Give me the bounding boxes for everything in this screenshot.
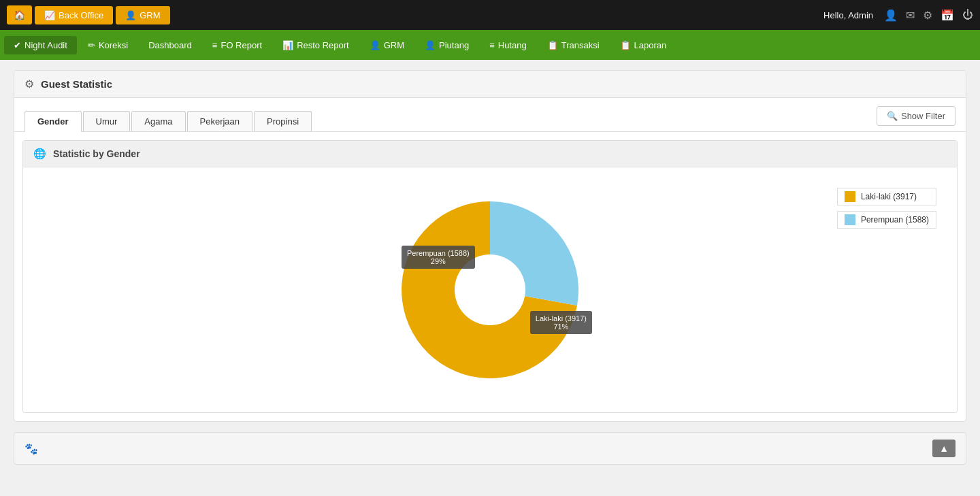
nav-item-transaksi[interactable]: 📋 Transaksi [538, 36, 609, 54]
bottom-bar: 🐾 ▲ [14, 432, 966, 465]
stat-inner-card: 🌐 Statistic by Gender [22, 140, 958, 413]
nav-item-fo-report[interactable]: ≡ FO Report [203, 36, 272, 54]
stat-section-title: Statistic by Gender [53, 148, 140, 159]
nav-item-grm[interactable]: 👤 GRM [360, 36, 414, 54]
grm-button[interactable]: 👤 GRM [116, 6, 169, 24]
tab-propinsi[interactable]: Propinsi [254, 111, 312, 131]
back-office-label: Back Office [59, 10, 103, 20]
show-filter-button[interactable]: 🔍 Show Filter [877, 106, 956, 126]
chart-icon: 📊 [282, 40, 293, 50]
greeting-text: Hello, Admin [823, 10, 873, 20]
stat-section-header: 🌐 Statistic by Gender [23, 141, 957, 167]
card-gear-icon: ⚙ [24, 78, 34, 90]
guest-statistic-card: ⚙ Guest Statistic Gender Umur Agama Peke… [14, 70, 966, 422]
calendar-button[interactable]: 📅 [941, 9, 954, 22]
tab-list: Gender Umur Agama Pekerjaan Propinsi [24, 111, 312, 131]
check-icon: ✔ [14, 40, 21, 50]
main-content: ⚙ Guest Statistic Gender Umur Agama Peke… [0, 60, 980, 475]
nav-item-night-audit[interactable]: ✔ Night Audit [4, 36, 77, 54]
show-filter-label: Show Filter [901, 111, 945, 121]
nav-item-hutang[interactable]: ≡ Hutang [480, 36, 536, 54]
piutang-icon: 👤 [425, 40, 436, 50]
nav-item-dashboard[interactable]: Dashboard [139, 36, 201, 54]
user-profile-button[interactable]: 👤 [884, 9, 898, 22]
pie-chart: Perempuan (1588) 29% Laki-laki (3917) 71… [381, 181, 599, 399]
settings-button[interactable]: ⚙ [923, 9, 932, 22]
legend-laki-label: Laki-laki (3917) [861, 192, 917, 201]
back-office-button[interactable]: 📈 Back Office [35, 6, 113, 24]
bottom-bar-icon: 🐾 [24, 442, 38, 455]
laporan-icon: 📋 [620, 40, 631, 50]
nav-item-resto-report[interactable]: 📊 Resto Report [273, 36, 359, 54]
legend-laki-color [845, 191, 855, 202]
legend-laki: Laki-laki (3917) [837, 188, 936, 205]
legend-perempuan-label: Perempuan (1588) [861, 215, 929, 225]
graph-icon: 📈 [44, 10, 55, 20]
donut-hole [455, 254, 525, 325]
legend-perempuan-color [845, 214, 855, 225]
scroll-up-button[interactable]: ▲ [932, 440, 956, 457]
mail-button[interactable]: ✉ [906, 9, 915, 22]
power-button[interactable]: ⏻ [962, 9, 973, 21]
chart-legend: Laki-laki (3917) Perempuan (1588) [837, 188, 936, 229]
transaksi-icon: 📋 [547, 40, 558, 50]
nav-item-piutang[interactable]: 👤 Piutang [415, 36, 478, 54]
globe-icon: 🌐 [33, 148, 46, 160]
chart-area: Perempuan (1588) 29% Laki-laki (3917) 71… [23, 167, 957, 412]
card-title: Guest Statistic [41, 78, 112, 90]
search-icon: 🔍 [887, 111, 898, 121]
pencil-icon: ✏ [88, 40, 95, 50]
legend-perempuan: Perempuan (1588) [837, 211, 936, 229]
grm-label: GRM [140, 10, 160, 20]
tab-pekerjaan[interactable]: Pekerjaan [187, 111, 253, 131]
nav-item-koreksi[interactable]: ✏ Koreksi [78, 36, 137, 54]
hutang-icon: ≡ [489, 40, 495, 50]
list-icon: ≡ [212, 40, 218, 50]
tab-gender[interactable]: Gender [24, 111, 82, 132]
top-bar: 🏠 📈 Back Office 👤 GRM Hello, Admin 👤 ✉ ⚙… [0, 0, 980, 30]
top-bar-right: Hello, Admin 👤 ✉ ⚙ 📅 ⏻ [823, 9, 973, 22]
home-button[interactable]: 🏠 [7, 5, 32, 24]
tab-agama[interactable]: Agama [131, 111, 185, 131]
user-icon: 👤 [125, 10, 136, 20]
card-header: ⚙ Guest Statistic [14, 71, 966, 98]
top-bar-left: 🏠 📈 Back Office 👤 GRM [7, 5, 170, 24]
tabs-area: Gender Umur Agama Pekerjaan Propinsi 🔍 S… [14, 98, 966, 132]
grm-nav-icon: 👤 [370, 40, 380, 50]
main-nav: ✔ Night Audit ✏ Koreksi Dashboard ≡ FO R… [0, 30, 980, 60]
nav-item-laporan[interactable]: 📋 Laporan [610, 36, 676, 54]
tab-umur[interactable]: Umur [83, 111, 131, 131]
